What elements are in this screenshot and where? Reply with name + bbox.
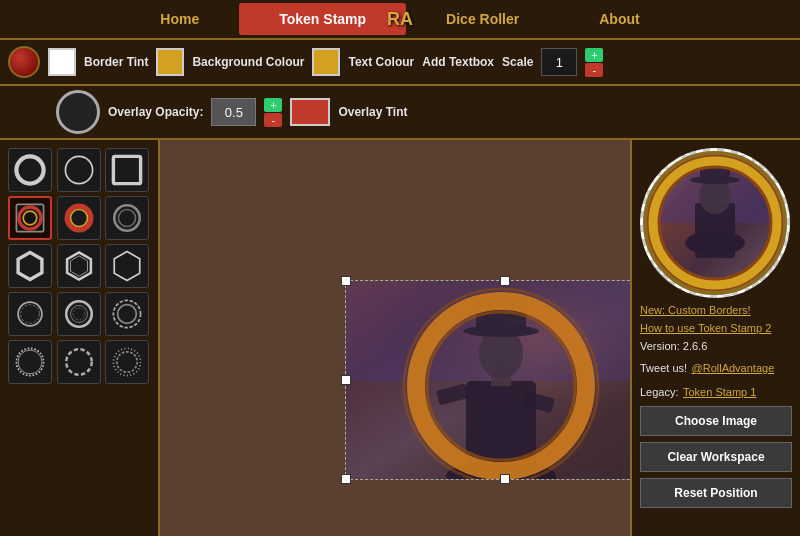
text-colour-swatch[interactable] [312,48,340,76]
svg-point-1 [65,156,92,183]
svg-point-9 [119,210,136,227]
shape-square[interactable] [105,148,149,192]
scale-plus-button[interactable]: + [585,48,603,62]
shape-circle[interactable] [8,148,52,192]
svg-point-20 [118,305,137,324]
text-colour-label: Text Colour [348,55,414,69]
svg-point-21 [18,350,42,374]
svg-point-22 [16,348,43,375]
canvas-area[interactable] [160,140,630,536]
svg-point-7 [70,210,87,227]
svg-point-18 [73,308,85,320]
toolbar2: Overlay Opacity: 0.5 + - Overlay Tint [0,86,800,140]
navbar: Home Token Stamp RA Dice Roller About [0,0,800,40]
svg-point-15 [21,305,40,324]
shape-circle-fire[interactable] [57,196,101,240]
shape-ornate2[interactable] [57,292,101,336]
legacy-text: Legacy: [640,386,679,398]
main-content: New: Custom Borders! How to use Token St… [0,140,800,536]
version-text: Version: 2.6.6 [640,340,792,352]
legacy-row: Legacy: Token Stamp 1 [640,382,792,400]
svg-marker-13 [115,252,141,281]
scale-label: Scale [502,55,533,69]
border-tint-label: Border Tint [84,55,148,69]
preview-circle [640,148,790,298]
overlay-tint-swatch[interactable] [290,98,330,126]
shape-circle-dark[interactable] [105,196,149,240]
svg-point-23 [66,349,92,375]
new-custom-link[interactable]: New: Custom Borders! [640,304,792,316]
opacity-controls: + - [264,98,282,127]
svg-marker-10 [18,252,42,279]
scale-input[interactable]: 1 [541,48,577,76]
overlay-opacity-input[interactable]: 0.5 [211,98,256,126]
toolbar: Border Tint Background Colour Text Colou… [0,40,800,86]
nav-logo: RA [380,0,420,39]
resize-handle-bm[interactable] [500,474,510,484]
shape-circle-thin[interactable] [57,148,101,192]
shape-chain2[interactable] [57,340,101,384]
preview-svg [640,148,790,298]
shape-hexagon1[interactable] [8,244,52,288]
overlay-circle-preview [56,90,100,134]
shape-ornate3[interactable] [105,292,149,336]
bg-colour-label: Background Colour [192,55,304,69]
overlay-opacity-label: Overlay Opacity: [108,105,203,119]
resize-handle-bl[interactable] [341,474,351,484]
right-panel: New: Custom Borders! How to use Token St… [630,140,800,536]
scale-controls: + - [585,48,603,77]
svg-point-14 [18,302,42,326]
token-preview-wrapper [640,148,790,298]
resize-handle-ml[interactable] [341,375,351,385]
shape-square-selected[interactable] [8,196,52,240]
bg-colour-swatch[interactable] [156,48,184,76]
nav-about[interactable]: About [559,3,679,35]
shape-hexagon2[interactable] [57,244,101,288]
nav-dice-roller[interactable]: Dice Roller [406,3,559,35]
reset-position-button[interactable]: Reset Position [640,478,792,508]
artwork-svg [346,281,630,479]
toolbar2-spacer [8,92,48,132]
svg-point-0 [16,156,43,183]
shape-ornate1[interactable] [8,292,52,336]
opacity-plus-button[interactable]: + [264,98,282,112]
svg-rect-2 [114,156,141,183]
shape-hexagon3[interactable] [105,244,149,288]
shape-chain1[interactable] [8,340,52,384]
nav-items: Home Token Stamp RA Dice Roller About [0,3,800,35]
toolbar-circle-icon [8,46,40,78]
tweet-row: Tweet us! @RollAdvantage [640,358,792,376]
howto-link[interactable]: How to use Token Stamp 2 [640,322,792,334]
token-preview[interactable] [345,280,630,480]
nav-logo-text: RA [387,9,413,30]
border-tint-swatch[interactable] [48,48,76,76]
nav-home[interactable]: Home [120,3,239,35]
svg-marker-12 [70,256,87,276]
shape-chain3[interactable] [105,340,149,384]
svg-point-25 [117,352,137,372]
legacy-link[interactable]: Token Stamp 1 [683,386,756,398]
clear-workspace-button[interactable]: Clear Workspace [640,442,792,472]
resize-handle-tm[interactable] [500,276,510,286]
choose-image-button[interactable]: Choose Image [640,406,792,436]
resize-handle-tl[interactable] [341,276,351,286]
tweet-text: Tweet us! [640,362,687,374]
tweet-link[interactable]: @RollAdvantage [692,362,775,374]
add-textbox-button[interactable]: Add Textbox [422,55,494,69]
overlay-tint-label: Overlay Tint [338,105,407,119]
opacity-minus-button[interactable]: - [264,113,282,127]
scale-minus-button[interactable]: - [585,63,603,77]
token-image-container [346,281,630,479]
sidebar [0,140,160,536]
